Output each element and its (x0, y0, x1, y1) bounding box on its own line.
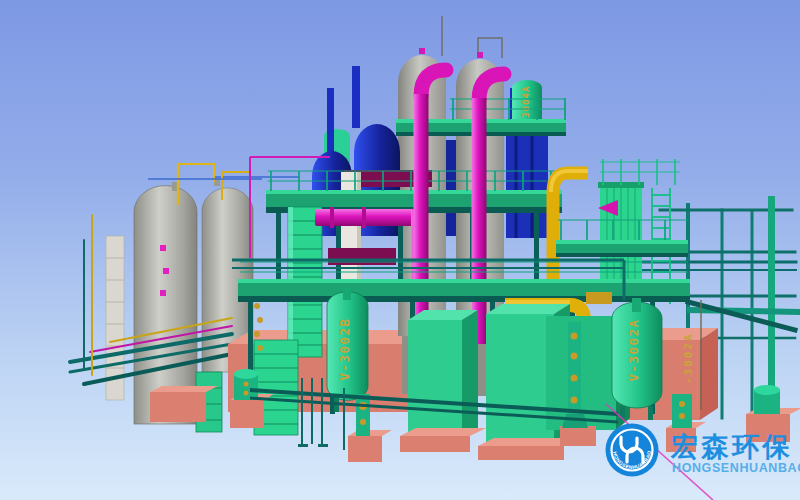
box-tank-left (400, 310, 486, 452)
vessel-3002a: V-3002A (612, 298, 662, 420)
brand-name-cn: 宏森环保 (670, 432, 793, 462)
pump-tag-3002a-label: -3002A (682, 332, 695, 384)
brand-name-en: HONGSENHUANBAO (672, 461, 800, 475)
vessel-3002a-label: V-3002A (626, 318, 641, 381)
vessel-3002b-label: V-3002B (337, 317, 352, 380)
plant-3d-scene: V-3004A (0, 0, 800, 500)
brand-logo: HONGSENHUANBAO (606, 424, 659, 477)
column-gap-equipment (446, 140, 456, 236)
plant-3d-viewport[interactable]: V-3004A (0, 0, 800, 500)
vessel-3002b: V-3002B (327, 288, 368, 412)
